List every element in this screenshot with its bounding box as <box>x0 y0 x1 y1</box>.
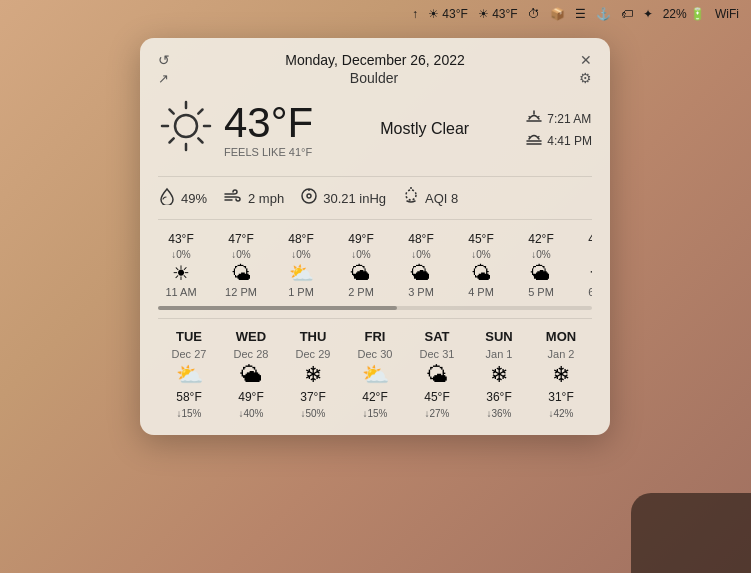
daily-temp: 31°F <box>548 390 573 404</box>
hourly-forecast: 43°F ↓0% ☀ 11 AM 47°F ↓0% 🌤 12 PM 48°F ↓… <box>158 232 592 310</box>
svg-point-17 <box>302 189 316 203</box>
daily-precip: ↓42% <box>548 408 573 419</box>
svg-point-18 <box>307 194 311 198</box>
daily-temp: 49°F <box>238 390 263 404</box>
wind-value: 2 mph <box>248 191 284 206</box>
list-icon: ☰ <box>575 7 586 21</box>
humidity-stat: 49% <box>158 187 207 209</box>
daily-day: TUE <box>176 329 202 344</box>
current-weather: 43°F FEELS LIKE 41°F Mostly Clear 7:21 A… <box>158 98 592 162</box>
hourly-time: 12 PM <box>225 286 257 298</box>
hourly-icon: ☀ <box>172 263 190 283</box>
hourly-time: 2 PM <box>348 286 374 298</box>
humidity-icon <box>158 187 176 209</box>
daily-item: SUN Jan 1 ❄ 36°F ↓36% <box>468 329 530 419</box>
daily-icon: ⛅ <box>362 364 389 386</box>
hourly-precip: ↓0% <box>591 249 592 260</box>
close-icon[interactable]: ✕ <box>580 52 592 68</box>
daily-item: WED Dec 28 🌥 49°F ↓40% <box>220 329 282 419</box>
hourly-icon: 🌤 <box>231 263 251 283</box>
daily-item: SAT Dec 31 🌤 45°F ↓27% <box>406 329 468 419</box>
daily-icon: 🌤 <box>426 364 448 386</box>
weather-temp-2: ☀ 43°F <box>478 7 518 21</box>
daily-icon: ❄ <box>552 364 570 386</box>
hourly-precip: ↓0% <box>171 249 190 260</box>
current-temperature: 43°F <box>224 102 313 144</box>
hourly-icon: 🌥 <box>411 263 431 283</box>
pressure-icon <box>300 187 318 209</box>
humidity-value: 49% <box>181 191 207 206</box>
daily-precip: ↓15% <box>362 408 387 419</box>
hourly-temp: 45°F <box>468 232 493 246</box>
svg-line-15 <box>538 136 540 137</box>
sunset-icon <box>526 132 542 151</box>
daily-date: Dec 27 <box>172 348 207 360</box>
hourly-icon: 🌤 <box>471 263 491 283</box>
sunrise-row: 7:21 AM <box>526 110 592 129</box>
daily-precip: ↓36% <box>486 408 511 419</box>
sunrise-icon <box>526 110 542 129</box>
weather-condition: Mostly Clear <box>380 120 469 138</box>
pressure-stat: 30.21 inHg <box>300 187 386 209</box>
widget-header: ↺ Monday, December 26, 2022 ✕ <box>158 52 592 68</box>
hourly-temp: 48°F <box>288 232 313 246</box>
hourly-temp: 47°F <box>228 232 253 246</box>
daily-forecast: TUE Dec 27 ⛅ 58°F ↓15% WED Dec 28 🌥 49°F… <box>158 318 592 419</box>
daily-day: THU <box>300 329 327 344</box>
hourly-scroll-container[interactable]: 43°F ↓0% ☀ 11 AM 47°F ↓0% 🌤 12 PM 48°F ↓… <box>158 232 592 298</box>
hourly-icon: ⛅ <box>289 263 314 283</box>
sunrise-time: 7:21 AM <box>547 112 591 126</box>
tag-icon: 🏷 <box>621 7 633 21</box>
svg-line-10 <box>529 116 531 117</box>
header-date: Monday, December 26, 2022 <box>170 52 580 68</box>
hourly-temp: 42°F <box>528 232 553 246</box>
hourly-item: 48°F ↓0% 🌥 3 PM <box>398 232 444 298</box>
sun-times: 7:21 AM 4:41 PM <box>526 110 592 151</box>
hourly-precip: ↓0% <box>351 249 370 260</box>
daily-icon: 🌥 <box>240 364 262 386</box>
scroll-track <box>158 306 592 310</box>
daily-precip: ↓50% <box>300 408 325 419</box>
daily-item: FRI Dec 30 ⛅ 42°F ↓15% <box>344 329 406 419</box>
daily-icon: ❄ <box>304 364 322 386</box>
anchor-icon: ⚓ <box>596 7 611 21</box>
hourly-icon: 🌥 <box>531 263 551 283</box>
weather-temp-1: ☀ 43°F <box>428 7 468 21</box>
svg-point-0 <box>175 115 197 137</box>
location-nav-icon[interactable]: ↗ <box>158 71 169 86</box>
daily-day: WED <box>236 329 266 344</box>
hourly-precip: ↓0% <box>471 249 490 260</box>
hourly-time: 5 PM <box>528 286 554 298</box>
refresh-icon[interactable]: ↺ <box>158 52 170 68</box>
daily-item: MON Jan 2 ❄ 31°F ↓42% <box>530 329 592 419</box>
weather-stats: 49% 2 mph 30.21 inHg <box>158 176 592 220</box>
hourly-item: 48°F ↓0% ⛅ 1 PM <box>278 232 324 298</box>
daily-date: Dec 29 <box>296 348 331 360</box>
hourly-item: 42°F ↓0% 🌥 5 PM <box>518 232 564 298</box>
hourly-temp: 49°F <box>348 232 373 246</box>
hourly-time: 4 PM <box>468 286 494 298</box>
daily-temp: 45°F <box>424 390 449 404</box>
svg-point-20 <box>406 190 416 200</box>
settings-icon[interactable]: ⚙ <box>579 70 592 86</box>
temperature-block: 43°F FEELS LIKE 41°F <box>224 102 313 158</box>
hourly-precip: ↓0% <box>411 249 430 260</box>
location-name: Boulder <box>169 70 579 86</box>
wifi-icon: WiFi <box>715 7 739 21</box>
hourly-precip: ↓0% <box>531 249 550 260</box>
daily-precip: ↓27% <box>424 408 449 419</box>
aqi-icon <box>402 187 420 209</box>
hourly-time: 11 AM <box>165 286 196 298</box>
hourly-time: 1 PM <box>288 286 314 298</box>
current-weather-icon <box>158 98 214 162</box>
svg-line-11 <box>538 116 540 117</box>
daily-day: SAT <box>424 329 449 344</box>
hourly-temp: 43°F <box>168 232 193 246</box>
weather-widget: ↺ Monday, December 26, 2022 ✕ ↗ Boulder … <box>140 38 610 435</box>
daily-icon: ⛅ <box>176 364 203 386</box>
hourly-item: 43°F ↓0% ☀ 11 AM <box>158 232 204 298</box>
wind-stat: 2 mph <box>223 187 284 209</box>
hourly-temp: 48°F <box>408 232 433 246</box>
hourly-icon: 🌥 <box>591 263 592 283</box>
hourly-item: 49°F ↓0% 🌥 2 PM <box>338 232 384 298</box>
